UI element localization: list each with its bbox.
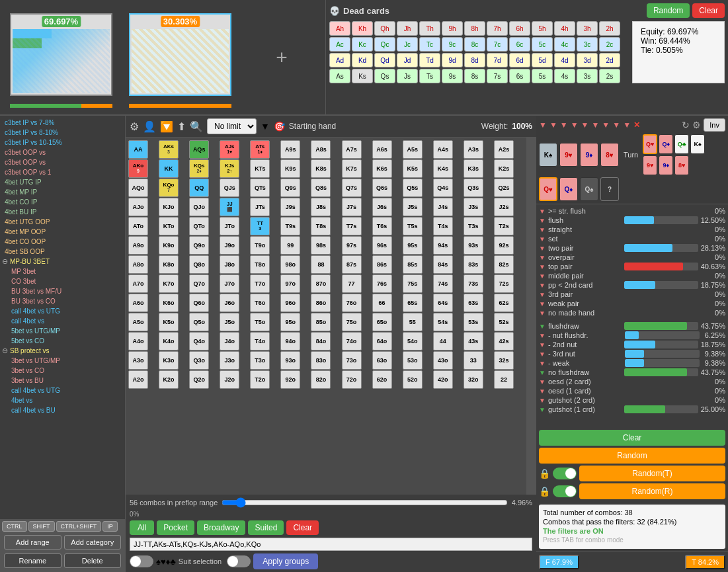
cell-T2s[interactable]: T2s [494,217,514,235]
card-Ah[interactable]: Ah [329,21,350,36]
filter-tri-9[interactable]: ▼ [623,120,631,130]
cell-T6s[interactable]: T6s [372,217,392,235]
filter-tri-pp2nd[interactable]: ▼ [539,282,546,289]
x-filter-icon[interactable]: ✕ [633,120,640,130]
sidebar-item-co3bet[interactable]: CO 3bet [2,276,123,286]
card-Qc[interactable]: Qc [374,37,395,52]
cell-T5o[interactable]: T5o [250,313,270,331]
inv-button[interactable]: Inv [704,118,725,132]
cell-ATs[interactable]: ATs1♦ [250,140,270,159]
sidebar-item-10[interactable]: 4bet UTG OOP [2,217,123,227]
card-Jd[interactable]: Jd [397,53,418,67]
cell-53o[interactable]: 53o [403,351,423,370]
filter-tri-nut-fd[interactable]: ▼ [539,332,546,339]
cell-92s[interactable]: 92s [494,236,514,255]
turn-Qc[interactable]: Q♣ [674,134,689,154]
cell-73s[interactable]: 73s [464,274,483,293]
filter-tri-overpair[interactable]: ▼ [539,254,546,261]
cell-97o[interactable]: 97o [280,274,300,293]
cell-KQs[interactable]: KQs2♦ [189,159,209,178]
cell-86o[interactable]: 86o [311,294,331,312]
cell-98o[interactable]: 98o [280,255,300,274]
cell-75o[interactable]: 75o [342,313,362,331]
cell-T7o[interactable]: T7o [250,274,270,293]
cell-54o[interactable]: 54o [403,332,423,350]
cell-A6o[interactable]: A6o [128,294,148,312]
cell-J4s[interactable]: J4s [433,198,453,216]
cell-A6s[interactable]: A6s [372,140,392,159]
card-6c[interactable]: 6c [509,37,530,52]
ctrl-shift-button[interactable]: CTRL+SHIFT [56,521,102,532]
turn-9d[interactable]: 9♦ [659,155,673,175]
range-slider[interactable] [222,497,507,508]
selected-Qh[interactable]: Q♥ [539,177,557,201]
cell-96o[interactable]: 96o [280,294,300,312]
cell-KTs[interactable]: KTs [250,159,270,178]
cell-J7o[interactable]: J7o [220,274,239,293]
cell-A2s[interactable]: A2s [494,140,514,159]
card-5c[interactable]: 5c [532,37,553,52]
gear-icon[interactable]: ⚙ [130,120,139,133]
filter-2nd-nut[interactable]: ▼ - 2nd nut 18.75% [539,341,725,348]
cell-T7s[interactable]: T7s [342,217,362,235]
cell-T4s[interactable]: T4s [433,217,453,235]
filter-tri-6[interactable]: ▼ [591,120,599,130]
card-2h[interactable]: 2h [599,21,620,36]
filter-tri-oesd1[interactable]: ▼ [539,388,546,395]
card-Js[interactable]: Js [397,69,418,83]
suit-selection-toggle[interactable]: ♠♥♦♣ Suit selection [130,555,222,567]
ip-button[interactable]: IP [102,521,118,532]
cell-T5s[interactable]: T5s [403,217,423,235]
card-9s[interactable]: 9s [442,69,463,83]
cell-J6o[interactable]: J6o [220,294,239,312]
card-As[interactable]: As [329,69,350,83]
card-Kd[interactable]: Kd [352,53,373,67]
filter-tri-2nd-nut[interactable]: ▼ [539,341,546,348]
combo-text-input[interactable] [130,538,532,551]
cell-A8s[interactable]: A8s [311,140,331,159]
card-9c[interactable]: 9c [442,37,463,52]
cell-42s[interactable]: 42s [494,332,514,350]
sidebar-item-3[interactable]: c3bet OOP vs [2,147,123,157]
sidebar-group-sb[interactable]: ⊖ SB protect vs [2,346,123,356]
filter-tri-gut1[interactable]: ▼ [539,406,546,413]
cell-K7o[interactable]: K7o [159,274,179,293]
filter-tri-flush[interactable]: ▼ [539,217,546,224]
cell-Q2o[interactable]: Q2o [189,370,209,389]
cell-95s[interactable]: 95s [403,236,423,255]
rename-button[interactable]: Rename [4,553,61,568]
card-7d[interactable]: 7d [487,53,508,67]
lock-toggle-1[interactable] [553,468,577,479]
add-range-button[interactable]: Add range [4,535,61,550]
filter-oesd-1[interactable]: ▼ oesd (1 card) 0% [539,387,725,395]
sidebar-item-bu3bet-mf[interactable]: BU 3bet vs MF/U [2,286,123,296]
all-button[interactable]: All [130,520,154,535]
cell-Q8s[interactable]: Q8s [311,179,331,197]
cell-J9s[interactable]: J9s [280,198,300,216]
cell-QJs[interactable]: QJs [220,179,239,197]
filter-no-fd[interactable]: ▼ no flushdraw 43.75% [539,368,725,376]
cell-Q7o[interactable]: Q7o [189,274,209,293]
cell-K2s[interactable]: K2s [494,159,514,178]
filter-tri-3rd-pair[interactable]: ▼ [539,291,546,298]
card-Td[interactable]: Td [419,53,440,67]
cell-QTs[interactable]: QTs [250,179,270,197]
card-6h[interactable]: 6h [509,21,530,36]
card-3d[interactable]: 3d [577,53,598,67]
turn-Ks[interactable]: K♠ [690,134,705,154]
card-3s[interactable]: 3s [577,69,598,83]
cell-T6o[interactable]: T6o [250,294,270,312]
cell-A4s[interactable]: A4s [433,140,453,159]
cell-KJs[interactable]: KJs2↑ [220,159,239,178]
cell-76s[interactable]: 76s [372,274,392,293]
filter-gut-2[interactable]: ▼ gutshot (2 crd) 0% [539,396,725,404]
cell-65s[interactable]: 65s [403,294,423,312]
sidebar-item-4bet[interactable]: 4bet vs [2,395,123,405]
cell-A3s[interactable]: A3s [464,140,483,159]
shift-button[interactable]: SHIFT [28,521,55,532]
turn-8h[interactable]: 8♥ [674,155,689,175]
filter-tri-str-flush[interactable]: ▼ [539,208,546,215]
cell-96s[interactable]: 96s [372,236,392,255]
cell-A2o[interactable]: A2o [128,370,148,389]
filter-tri-5[interactable]: ▼ [581,120,589,130]
